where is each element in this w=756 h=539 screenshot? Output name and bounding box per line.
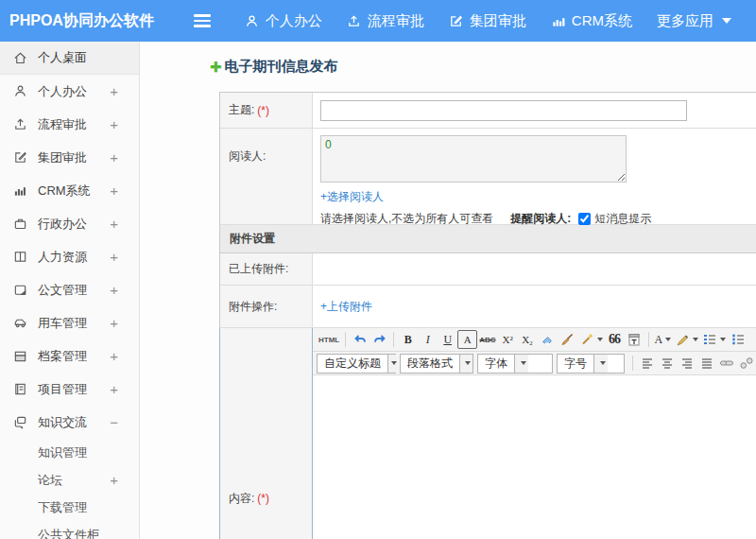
- readers-textarea[interactable]: 0: [320, 135, 627, 183]
- sidebar-subitem-forum[interactable]: 论坛 +: [0, 466, 139, 494]
- chevron-down-icon: [720, 338, 726, 341]
- home-icon: [13, 51, 27, 65]
- sms-notify-checkbox[interactable]: [578, 213, 591, 225]
- align-left-icon: [640, 356, 655, 371]
- nav-workflow-approval[interactable]: 流程审批: [347, 12, 424, 30]
- expand-icon[interactable]: +: [110, 149, 118, 165]
- subject-label: 主题: (*): [220, 93, 313, 128]
- sms-notify-label: 短消息提示: [594, 211, 651, 227]
- upload-attachment-link[interactable]: +上传附件: [320, 299, 372, 315]
- superscript-button[interactable]: X²: [498, 330, 518, 349]
- nav-more-apps[interactable]: 更多应用: [657, 12, 731, 30]
- expand-icon[interactable]: +: [110, 315, 118, 331]
- subject-input[interactable]: [320, 100, 687, 121]
- strikethrough-button[interactable]: ABC: [477, 330, 497, 349]
- align-center-button[interactable]: [657, 354, 677, 373]
- nav-crm-system[interactable]: CRM系统: [551, 12, 632, 30]
- content-label: 内容: (*): [220, 328, 313, 539]
- align-justify-icon: [699, 356, 714, 371]
- select-readers-link[interactable]: +选择阅读人: [320, 190, 384, 203]
- font-color-button[interactable]: A: [653, 330, 674, 349]
- editor-content-area[interactable]: [313, 375, 756, 539]
- paste-text-button[interactable]: [625, 330, 644, 349]
- align-justify-button[interactable]: [696, 354, 716, 373]
- document-icon: [13, 283, 27, 297]
- sidebar-subitem-knowledge-mgmt[interactable]: 知识管理: [0, 439, 139, 466]
- ordered-list-icon: [702, 332, 717, 347]
- required-mark: (*): [257, 104, 269, 117]
- sidebar-item-official-docs[interactable]: 公文管理 +: [0, 273, 139, 306]
- clipboard-icon: [627, 332, 642, 347]
- sidebar-item-vehicle-mgmt[interactable]: 用车管理 +: [0, 306, 139, 339]
- sidebar-item-admin-office[interactable]: 行政办公 +: [0, 207, 139, 240]
- expand-icon[interactable]: +: [110, 216, 118, 232]
- collapse-icon[interactable]: −: [110, 414, 118, 430]
- insert-link-button[interactable]: [716, 354, 736, 373]
- page-title: ✚ 电子期刊信息发布: [210, 58, 756, 76]
- chevron-down-icon: [722, 18, 731, 24]
- app-logo[interactable]: PHPOA协同办公软件: [0, 11, 163, 31]
- sidebar-item-project-mgmt[interactable]: 项目管理 +: [0, 373, 139, 406]
- uploaded-attachments-value: [313, 253, 756, 285]
- eraser-button[interactable]: [538, 330, 558, 349]
- expand-icon[interactable]: +: [110, 183, 118, 199]
- sidebar: 个人桌面 个人办公 + 流程审批 + 集团审批 + CRM系统 + 行政办公 +: [0, 42, 140, 539]
- top-header: PHPOA协同办公软件 个人办公 流程审批: [0, 0, 756, 42]
- highlighter-icon: [675, 332, 690, 347]
- subscript-button[interactable]: X₂: [518, 330, 538, 349]
- rich-text-editor: HTML B I U A ABC X² X₂: [313, 328, 756, 539]
- nav-group-approval[interactable]: 集团审批: [449, 12, 526, 30]
- font-family-select[interactable]: 字体: [477, 354, 553, 374]
- sidebar-item-archive-mgmt[interactable]: 档案管理 +: [0, 339, 139, 373]
- sidebar-item-personal-desktop[interactable]: 个人桌面: [0, 42, 139, 75]
- chat-icon: [13, 415, 27, 429]
- uploaded-attachments-row: 已上传附件:: [220, 253, 756, 286]
- sidebar-item-group-approval[interactable]: 集团审批 +: [0, 141, 139, 174]
- sidebar-subitem-download-mgmt[interactable]: 下载管理: [0, 494, 139, 521]
- font-size-select[interactable]: 字号: [557, 354, 625, 374]
- align-left-button[interactable]: [637, 354, 657, 373]
- bold-button[interactable]: B: [398, 330, 418, 349]
- sidebar-item-workflow-approval[interactable]: 流程审批 +: [0, 108, 139, 141]
- edit-icon: [449, 14, 463, 28]
- font-style-button[interactable]: A: [457, 330, 477, 349]
- sidebar-item-personal-office[interactable]: 个人办公 +: [0, 75, 139, 108]
- bullet-list-button[interactable]: [728, 330, 747, 349]
- expand-icon[interactable]: +: [110, 83, 118, 99]
- nav-personal-office[interactable]: 个人办公: [245, 12, 322, 30]
- sidebar-item-human-resources[interactable]: 人力资源 +: [0, 240, 139, 273]
- paragraph-format-select[interactable]: 段落格式: [400, 354, 473, 374]
- expand-icon[interactable]: +: [110, 282, 118, 298]
- expand-icon[interactable]: +: [110, 249, 118, 265]
- expand-icon[interactable]: +: [110, 348, 118, 364]
- sidebar-subitem-public-cabinet[interactable]: 公共文件柜: [0, 521, 139, 539]
- editor-toolbar-row1: HTML B I U A ABC X² X₂: [313, 328, 756, 352]
- undo-button[interactable]: [350, 330, 369, 349]
- menu-toggle-icon[interactable]: [194, 14, 211, 27]
- highlight-color-button[interactable]: [673, 330, 700, 349]
- align-right-button[interactable]: [677, 354, 696, 373]
- publish-form: 主题: (*) 阅读人: 0 +选择阅读人 请选择阅: [219, 92, 756, 539]
- sidebar-item-crm-system[interactable]: CRM系统 +: [0, 174, 139, 207]
- format-brush-button[interactable]: [558, 330, 577, 349]
- redo-icon: [372, 332, 387, 347]
- ordered-list-button[interactable]: [700, 330, 728, 349]
- autoformat-wand-button[interactable]: [577, 330, 605, 349]
- edit-icon: [13, 150, 27, 165]
- operations-label: 附件操作:: [220, 286, 313, 327]
- html-source-button[interactable]: HTML: [317, 330, 341, 349]
- brush-icon: [559, 332, 575, 347]
- expand-icon[interactable]: +: [110, 381, 118, 397]
- italic-button[interactable]: I: [418, 330, 438, 349]
- expand-icon[interactable]: +: [110, 472, 118, 488]
- redo-button[interactable]: [369, 330, 389, 349]
- briefcase-icon: [13, 217, 27, 231]
- heading-select[interactable]: 自定义标题: [317, 354, 396, 374]
- sidebar-item-knowledge-exchange[interactable]: 知识交流 −: [0, 406, 139, 439]
- wand-icon: [579, 332, 594, 347]
- remove-link-button[interactable]: [736, 354, 756, 373]
- blockquote-button[interactable]: 66: [605, 330, 625, 349]
- expand-icon[interactable]: +: [110, 116, 118, 132]
- chevron-down-icon: [521, 361, 526, 365]
- underline-button[interactable]: U: [438, 330, 457, 349]
